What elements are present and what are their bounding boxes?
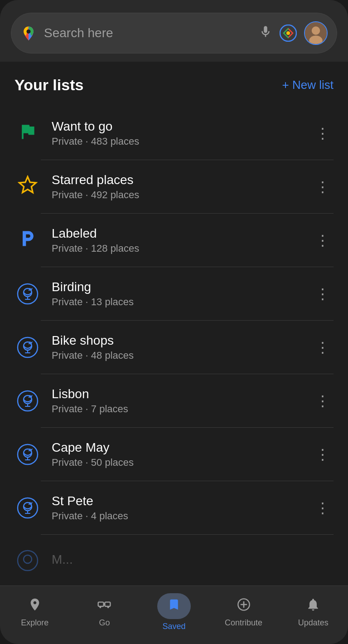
want-to-go-name: Want to go — [52, 119, 312, 134]
explore-icon — [28, 597, 42, 615]
list-item-birding[interactable]: Birding Private · 13 places ⋮ — [0, 267, 348, 321]
starred-places-meta: Private · 492 places — [52, 189, 312, 201]
svg-point-21 — [29, 449, 31, 450]
want-to-go-more-icon[interactable]: ⋮ — [312, 121, 334, 146]
flag-icon — [18, 122, 38, 146]
phone-container: Search here — [0, 0, 348, 644]
saved-icon — [167, 598, 181, 615]
svg-point-10 — [18, 337, 38, 357]
cape-may-icon-container — [14, 441, 41, 468]
custom-list-icon-bike-shops — [16, 336, 39, 359]
list-item-partial: M... — [0, 535, 348, 585]
list-item-lisbon[interactable]: Lisbon Private · 7 places ⋮ — [0, 374, 348, 428]
svg-point-27 — [24, 555, 32, 563]
starred-places-info: Starred places Private · 492 places — [52, 173, 312, 201]
list-item-starred-places[interactable]: Starred places Private · 492 places ⋮ — [0, 160, 348, 214]
partial-info: M... — [52, 552, 334, 569]
svg-point-25 — [29, 502, 31, 504]
svg-point-4 — [312, 26, 320, 34]
custom-list-icon-lisbon — [16, 390, 39, 412]
custom-list-icon-partial — [16, 549, 39, 572]
st-pete-more-icon[interactable]: ⋮ — [312, 496, 334, 520]
search-bar[interactable]: Search here — [11, 13, 337, 54]
list-item-st-pete[interactable]: St Pete Private · 4 places ⋮ — [0, 481, 348, 535]
bike-shops-more-icon[interactable]: ⋮ — [312, 335, 334, 360]
want-to-go-meta: Private · 483 places — [52, 136, 312, 147]
search-bar-area: Search here — [0, 0, 348, 62]
list-item-bike-shops[interactable]: Bike shops Private · 48 places ⋮ — [0, 321, 348, 374]
mic-icon[interactable] — [259, 25, 272, 42]
starred-places-name: Starred places — [52, 173, 312, 187]
nav-item-saved[interactable]: Saved — [139, 593, 209, 631]
birding-info: Birding Private · 13 places — [52, 280, 312, 308]
starred-places-more-icon[interactable]: ⋮ — [312, 175, 334, 199]
list-item-labeled[interactable]: Labeled Private · 128 places ⋮ — [0, 214, 348, 267]
birding-more-icon[interactable]: ⋮ — [312, 282, 334, 306]
svg-point-0 — [27, 29, 31, 34]
svg-point-22 — [18, 498, 38, 518]
svg-point-31 — [100, 606, 102, 608]
labeled-info: Labeled Private · 128 places — [52, 226, 312, 254]
svg-point-18 — [18, 444, 38, 464]
bike-shops-name: Bike shops — [52, 333, 312, 348]
cape-may-name: Cape May — [52, 440, 312, 455]
partial-icon-container — [14, 547, 41, 574]
user-avatar[interactable] — [304, 21, 328, 45]
nav-item-contribute[interactable]: Contribute — [209, 597, 279, 628]
star-icon — [18, 175, 38, 199]
cape-may-more-icon[interactable]: ⋮ — [312, 442, 334, 467]
explore-label: Explore — [21, 618, 48, 628]
list-item-cape-may[interactable]: Cape May Private · 50 places ⋮ — [0, 428, 348, 481]
search-placeholder: Search here — [44, 26, 251, 40]
lists-container: Want to go Private · 483 places ⋮ Starre… — [0, 107, 348, 585]
parking-icon — [18, 229, 38, 253]
nav-item-explore[interactable]: Explore — [0, 597, 70, 628]
labeled-name: Labeled — [52, 226, 312, 241]
cape-may-meta: Private · 50 places — [52, 457, 312, 468]
svg-point-17 — [29, 395, 31, 397]
updates-label: Updates — [298, 618, 329, 628]
main-content: Your lists + New list Want to go Private… — [0, 62, 348, 585]
custom-list-icon-birding — [16, 283, 39, 305]
svg-point-32 — [107, 606, 109, 608]
st-pete-icon-container — [14, 495, 41, 521]
partial-name: M... — [52, 552, 334, 567]
custom-list-icon-cape-may — [16, 443, 39, 466]
svg-point-6 — [18, 284, 38, 304]
lisbon-name: Lisbon — [52, 387, 312, 401]
want-to-go-info: Want to go Private · 483 places — [52, 119, 312, 147]
lens-icon[interactable] — [280, 24, 297, 42]
lisbon-more-icon[interactable]: ⋮ — [312, 389, 334, 413]
labeled-icon-container — [14, 227, 41, 254]
list-item-want-to-go[interactable]: Want to go Private · 483 places ⋮ — [0, 107, 348, 160]
lisbon-info: Lisbon Private · 7 places — [52, 387, 312, 415]
st-pete-meta: Private · 4 places — [52, 510, 312, 522]
contribute-label: Contribute — [225, 618, 262, 628]
new-list-button[interactable]: + New list — [282, 78, 334, 92]
saved-pill — [157, 593, 191, 619]
go-label: Go — [99, 618, 110, 628]
google-maps-logo — [20, 25, 37, 41]
starred-places-icon-container — [14, 174, 41, 200]
birding-icon-container — [14, 281, 41, 307]
go-icon — [97, 597, 111, 615]
bottom-nav: Explore Go — [0, 585, 348, 644]
nav-item-go[interactable]: Go — [70, 597, 140, 628]
cape-may-info: Cape May Private · 50 places — [52, 440, 312, 468]
lisbon-meta: Private · 7 places — [52, 403, 312, 415]
nav-item-updates[interactable]: Updates — [278, 597, 348, 628]
avatar-image — [305, 22, 327, 44]
labeled-more-icon[interactable]: ⋮ — [312, 228, 334, 253]
contribute-icon — [237, 597, 251, 615]
svg-rect-28 — [98, 602, 104, 606]
bike-shops-info: Bike shops Private · 48 places — [52, 333, 312, 361]
birding-meta: Private · 13 places — [52, 296, 312, 308]
svg-point-13 — [29, 342, 31, 343]
svg-point-9 — [29, 288, 31, 290]
updates-icon — [306, 597, 320, 615]
lists-title: Your lists — [14, 76, 83, 94]
custom-list-icon-st-pete — [16, 497, 39, 519]
svg-rect-29 — [105, 602, 111, 606]
bike-shops-meta: Private · 48 places — [52, 350, 312, 361]
lisbon-icon-container — [14, 388, 41, 414]
